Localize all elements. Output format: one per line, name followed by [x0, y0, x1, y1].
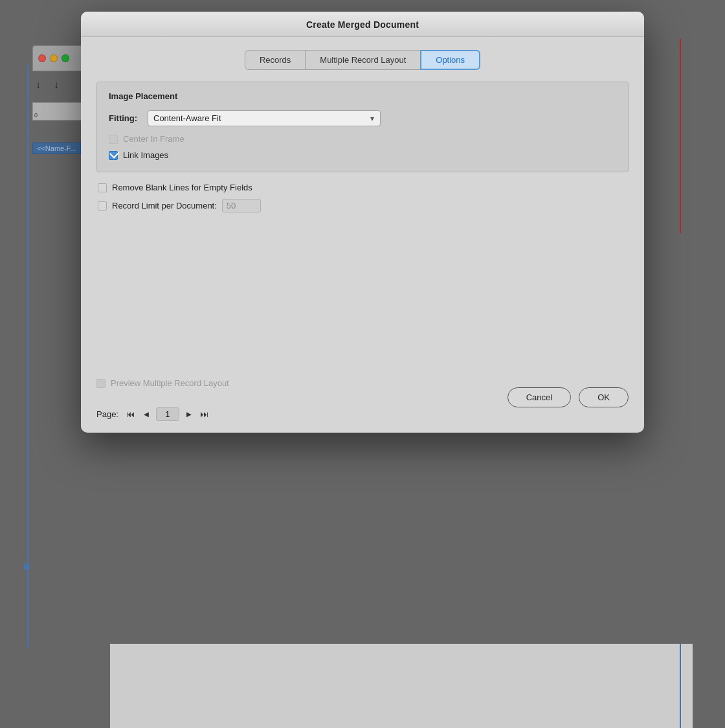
footer-left: Preview Multiple Record Layout Page: ⏮ ◄…: [96, 373, 229, 421]
tab-records[interactable]: Records: [245, 50, 306, 70]
center-in-frame-label: Center In Frame: [123, 134, 184, 144]
modal-title: Create Merged Document: [306, 19, 419, 30]
remove-blank-lines-label: Remove Blank Lines for Empty Fields: [112, 183, 252, 192]
page-last-button[interactable]: ⏭: [199, 409, 210, 420]
record-limit-checkbox[interactable]: [98, 201, 107, 210]
link-images-row: Link Images: [109, 150, 616, 160]
link-images-checkbox[interactable]: [109, 151, 118, 160]
fitting-select[interactable]: Content-Aware Fit Fit Content Proportion…: [148, 110, 381, 126]
image-placement-section: Image Placement Fitting: Content-Aware F…: [96, 82, 629, 172]
preview-label: Preview Multiple Record Layout: [111, 378, 229, 388]
tabs-row: Records Multiple Record Layout Options: [96, 50, 629, 70]
remove-blank-lines-checkbox[interactable]: [98, 183, 107, 192]
modal-titlebar: Create Merged Document: [81, 12, 644, 37]
ok-button[interactable]: OK: [579, 387, 629, 407]
tab-options[interactable]: Options: [420, 50, 480, 70]
page-next-button[interactable]: ►: [183, 409, 195, 420]
record-limit-label: Record Limit per Document:: [112, 201, 217, 210]
preview-row: Preview Multiple Record Layout: [96, 378, 229, 388]
link-images-label: Link Images: [123, 150, 168, 160]
cancel-button[interactable]: Cancel: [508, 387, 571, 407]
remove-blank-lines-row: Remove Blank Lines for Empty Fields: [98, 183, 629, 192]
page-first-button[interactable]: ⏮: [125, 409, 137, 420]
center-in-frame-checkbox[interactable]: [109, 135, 118, 144]
outer-checkboxes: Remove Blank Lines for Empty Fields Reco…: [98, 183, 629, 212]
page-nav-row: Page: ⏮ ◄ ► ⏭: [96, 407, 210, 421]
tab-multiple-record-layout[interactable]: Multiple Record Layout: [305, 50, 421, 70]
fitting-row: Fitting: Content-Aware Fit Fit Content P…: [109, 110, 616, 126]
modal-footer: Preview Multiple Record Layout Page: ⏮ ◄…: [81, 367, 644, 433]
fitting-label: Fitting:: [109, 113, 141, 123]
image-placement-title: Image Placement: [109, 91, 616, 101]
empty-area: [96, 212, 629, 355]
modal-content: Records Multiple Record Layout Options I…: [81, 37, 644, 367]
fitting-select-wrapper: Content-Aware Fit Fit Content Proportion…: [148, 110, 381, 126]
modal-dialog: Create Merged Document Records Multiple …: [81, 12, 644, 433]
record-limit-input[interactable]: [222, 199, 261, 212]
page-label: Page:: [96, 409, 118, 419]
footer-right: Cancel OK: [508, 387, 629, 407]
page-number-input[interactable]: [156, 407, 179, 421]
center-in-frame-row: Center In Frame: [109, 134, 616, 144]
record-limit-row: Record Limit per Document:: [98, 199, 629, 212]
page-prev-button[interactable]: ◄: [140, 409, 152, 420]
preview-checkbox[interactable]: [96, 379, 106, 388]
